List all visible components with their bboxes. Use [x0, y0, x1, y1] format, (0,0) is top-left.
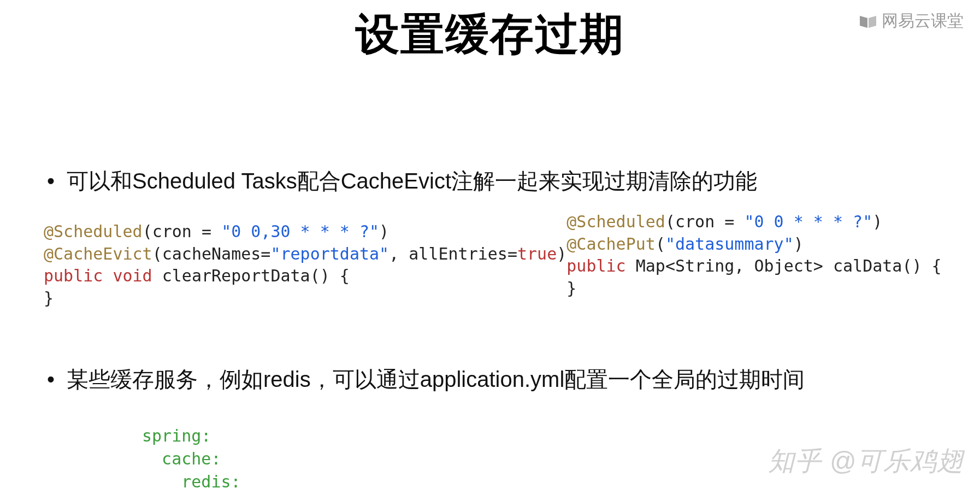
code-block-right: @Scheduled(cron = "0 0 * * * ?") @CacheP… — [566, 211, 941, 309]
bullet-item-1: • 可以和Scheduled Tasks配合CacheEvict注解一起来实现过… — [47, 166, 947, 196]
yaml-code-block: spring: cache: redis: time-to-live: 600s… — [142, 425, 947, 494]
bullet-text-1: 可以和Scheduled Tasks配合CacheEvict注解一起来实现过期清… — [67, 166, 757, 196]
brand-logo: 网易云课堂 — [859, 10, 964, 32]
code-block-left: @Scheduled(cron = "0 0,30 * * * ?") @Cac… — [44, 221, 566, 309]
bullet-item-2: • 某些缓存服务，例如redis，可以通过application.yml配置一个… — [47, 364, 947, 395]
code-examples-row: @Scheduled(cron = "0 0,30 * * * ?") @Cac… — [33, 221, 947, 309]
book-icon — [859, 14, 877, 29]
page-title: 设置缓存过期 — [0, 0, 980, 64]
bullet-dot-icon: • — [47, 364, 55, 395]
bullet-dot-icon: • — [47, 166, 55, 196]
bullet-text-2: 某些缓存服务，例如redis，可以通过application.yml配置一个全局… — [67, 364, 805, 395]
brand-text: 网易云课堂 — [882, 10, 964, 32]
